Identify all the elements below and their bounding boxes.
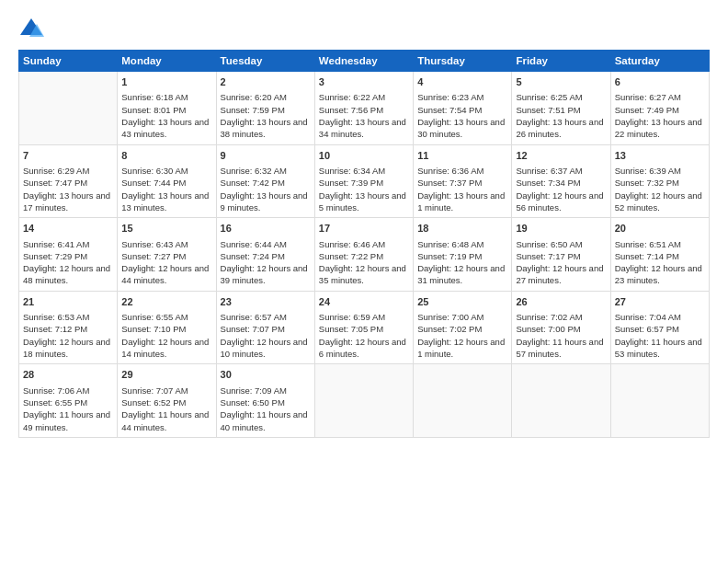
calendar-cell: 10Sunrise: 6:34 AMSunset: 7:39 PMDayligh… bbox=[314, 144, 413, 218]
sunrise-text: Sunrise: 6:48 AM bbox=[417, 238, 507, 250]
page: SundayMondayTuesdayWednesdayThursdayFrid… bbox=[0, 0, 728, 563]
sunset-text: Sunset: 7:54 PM bbox=[417, 104, 507, 116]
day-number: 14 bbox=[23, 222, 113, 236]
calendar-cell: 3Sunrise: 6:22 AMSunset: 7:56 PMDaylight… bbox=[314, 72, 413, 145]
sunset-text: Sunset: 7:44 PM bbox=[121, 177, 211, 189]
calendar-day-header: Tuesday bbox=[216, 51, 314, 72]
sunset-text: Sunset: 7:42 PM bbox=[221, 177, 311, 189]
calendar-cell: 23Sunrise: 6:57 AMSunset: 7:07 PMDayligh… bbox=[216, 291, 314, 364]
daylight-text: Daylight: 12 hours and 1 minute. bbox=[417, 336, 507, 361]
sunrise-text: Sunrise: 6:27 AM bbox=[615, 91, 705, 103]
day-number: 19 bbox=[516, 222, 606, 236]
sunset-text: Sunset: 7:51 PM bbox=[516, 104, 606, 116]
day-number: 4 bbox=[417, 75, 507, 89]
calendar-cell: 1Sunrise: 6:18 AMSunset: 8:01 PMDaylight… bbox=[118, 72, 216, 145]
sunrise-text: Sunrise: 6:55 AM bbox=[121, 311, 211, 323]
calendar-cell bbox=[314, 364, 413, 438]
day-number: 2 bbox=[221, 75, 311, 89]
calendar-cell: 21Sunrise: 6:53 AMSunset: 7:12 PMDayligh… bbox=[19, 291, 118, 364]
sunset-text: Sunset: 7:14 PM bbox=[615, 250, 705, 262]
calendar-cell: 27Sunrise: 7:04 AMSunset: 6:57 PMDayligh… bbox=[610, 291, 709, 364]
sunset-text: Sunset: 7:29 PM bbox=[23, 250, 113, 262]
sunrise-text: Sunrise: 6:39 AM bbox=[615, 165, 705, 177]
day-number: 28 bbox=[23, 368, 113, 382]
calendar-week-row: 14Sunrise: 6:41 AMSunset: 7:29 PMDayligh… bbox=[19, 218, 710, 292]
day-number: 3 bbox=[319, 75, 409, 89]
day-number: 30 bbox=[221, 368, 311, 382]
sunset-text: Sunset: 7:02 PM bbox=[417, 323, 507, 335]
calendar-cell: 7Sunrise: 6:29 AMSunset: 7:47 PMDaylight… bbox=[19, 144, 118, 218]
daylight-text: Daylight: 13 hours and 26 minutes. bbox=[516, 116, 606, 141]
day-number: 1 bbox=[121, 75, 211, 89]
daylight-text: Daylight: 11 hours and 44 minutes. bbox=[121, 408, 211, 433]
calendar-cell: 5Sunrise: 6:25 AMSunset: 7:51 PMDaylight… bbox=[512, 72, 610, 145]
daylight-text: Daylight: 12 hours and 39 minutes. bbox=[221, 262, 311, 287]
sunset-text: Sunset: 7:37 PM bbox=[417, 177, 507, 189]
sunset-text: Sunset: 7:49 PM bbox=[615, 104, 705, 116]
daylight-text: Daylight: 12 hours and 52 minutes. bbox=[615, 190, 705, 214]
daylight-text: Daylight: 11 hours and 49 minutes. bbox=[23, 408, 113, 433]
sunset-text: Sunset: 7:07 PM bbox=[221, 323, 311, 335]
sunrise-text: Sunrise: 6:25 AM bbox=[516, 91, 606, 103]
calendar-cell bbox=[414, 364, 512, 438]
calendar-cell: 6Sunrise: 6:27 AMSunset: 7:49 PMDaylight… bbox=[610, 72, 709, 145]
sunrise-text: Sunrise: 6:20 AM bbox=[221, 91, 311, 103]
sunrise-text: Sunrise: 6:41 AM bbox=[23, 238, 113, 250]
sunrise-text: Sunrise: 6:37 AM bbox=[516, 165, 606, 177]
daylight-text: Daylight: 12 hours and 56 minutes. bbox=[516, 190, 606, 214]
sunset-text: Sunset: 6:55 PM bbox=[23, 396, 113, 408]
calendar-week-row: 21Sunrise: 6:53 AMSunset: 7:12 PMDayligh… bbox=[19, 291, 710, 364]
calendar-cell: 11Sunrise: 6:36 AMSunset: 7:37 PMDayligh… bbox=[414, 144, 512, 218]
calendar-day-header: Friday bbox=[512, 51, 610, 72]
day-number: 29 bbox=[121, 368, 211, 382]
daylight-text: Daylight: 11 hours and 57 minutes. bbox=[516, 336, 606, 361]
day-number: 7 bbox=[23, 149, 113, 163]
daylight-text: Daylight: 12 hours and 31 minutes. bbox=[417, 262, 507, 287]
sunset-text: Sunset: 7:10 PM bbox=[121, 323, 211, 335]
sunset-text: Sunset: 6:50 PM bbox=[221, 396, 311, 408]
sunrise-text: Sunrise: 7:09 AM bbox=[221, 385, 311, 396]
sunset-text: Sunset: 6:57 PM bbox=[615, 323, 705, 335]
daylight-text: Daylight: 13 hours and 34 minutes. bbox=[319, 116, 409, 141]
sunset-text: Sunset: 7:19 PM bbox=[417, 250, 507, 262]
daylight-text: Daylight: 13 hours and 17 minutes. bbox=[23, 190, 113, 214]
sunrise-text: Sunrise: 6:32 AM bbox=[221, 165, 311, 177]
day-number: 10 bbox=[319, 149, 409, 163]
daylight-text: Daylight: 12 hours and 27 minutes. bbox=[516, 262, 606, 287]
daylight-text: Daylight: 13 hours and 5 minutes. bbox=[319, 190, 409, 214]
calendar-cell: 25Sunrise: 7:00 AMSunset: 7:02 PMDayligh… bbox=[414, 291, 512, 364]
sunset-text: Sunset: 7:59 PM bbox=[221, 104, 311, 116]
day-number: 26 bbox=[516, 295, 606, 309]
calendar-cell: 12Sunrise: 6:37 AMSunset: 7:34 PMDayligh… bbox=[512, 144, 610, 218]
day-number: 5 bbox=[516, 75, 606, 89]
calendar-week-row: 28Sunrise: 7:06 AMSunset: 6:55 PMDayligh… bbox=[19, 364, 710, 438]
calendar-cell bbox=[19, 72, 118, 145]
calendar-cell: 18Sunrise: 6:48 AMSunset: 7:19 PMDayligh… bbox=[414, 218, 512, 292]
calendar-cell: 2Sunrise: 6:20 AMSunset: 7:59 PMDaylight… bbox=[216, 72, 314, 145]
calendar-cell: 8Sunrise: 6:30 AMSunset: 7:44 PMDaylight… bbox=[118, 144, 216, 218]
daylight-text: Daylight: 11 hours and 40 minutes. bbox=[221, 408, 311, 433]
calendar-week-row: 7Sunrise: 6:29 AMSunset: 7:47 PMDaylight… bbox=[19, 144, 710, 218]
sunrise-text: Sunrise: 6:23 AM bbox=[417, 91, 507, 103]
sunset-text: Sunset: 7:34 PM bbox=[516, 177, 606, 189]
sunset-text: Sunset: 7:27 PM bbox=[121, 250, 211, 262]
calendar-cell: 24Sunrise: 6:59 AMSunset: 7:05 PMDayligh… bbox=[314, 291, 413, 364]
daylight-text: Daylight: 13 hours and 30 minutes. bbox=[417, 116, 507, 141]
calendar-cell: 26Sunrise: 7:02 AMSunset: 7:00 PMDayligh… bbox=[512, 291, 610, 364]
day-number: 11 bbox=[417, 149, 507, 163]
sunrise-text: Sunrise: 6:59 AM bbox=[319, 311, 409, 323]
daylight-text: Daylight: 12 hours and 23 minutes. bbox=[615, 262, 705, 287]
calendar-day-header: Sunday bbox=[19, 51, 118, 72]
day-number: 18 bbox=[417, 222, 507, 236]
calendar-cell: 15Sunrise: 6:43 AMSunset: 7:27 PMDayligh… bbox=[118, 218, 216, 292]
sunrise-text: Sunrise: 7:00 AM bbox=[417, 311, 507, 323]
sunrise-text: Sunrise: 7:07 AM bbox=[121, 385, 211, 396]
calendar-cell: 4Sunrise: 6:23 AMSunset: 7:54 PMDaylight… bbox=[414, 72, 512, 145]
day-number: 21 bbox=[23, 295, 113, 309]
calendar-cell: 13Sunrise: 6:39 AMSunset: 7:32 PMDayligh… bbox=[610, 144, 709, 218]
daylight-text: Daylight: 12 hours and 35 minutes. bbox=[319, 262, 409, 287]
logo bbox=[18, 17, 48, 42]
sunset-text: Sunset: 7:47 PM bbox=[23, 177, 113, 189]
sunrise-text: Sunrise: 6:53 AM bbox=[23, 311, 113, 323]
calendar-week-row: 1Sunrise: 6:18 AMSunset: 8:01 PMDaylight… bbox=[19, 72, 710, 145]
